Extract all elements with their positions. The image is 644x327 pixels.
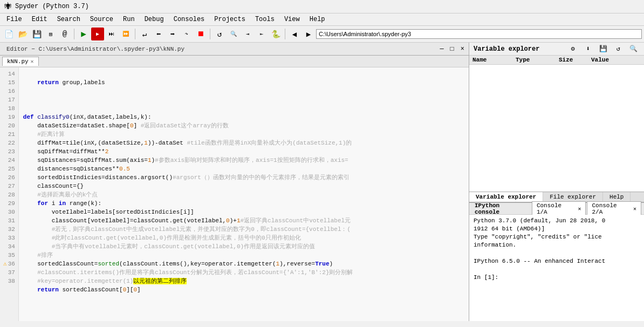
prev-cursor-button[interactable]: ⬅ (152, 28, 165, 40)
variable-table-body (469, 65, 644, 192)
line-num: 16 (3, 87, 15, 96)
console-tab-2-label: Console 2/A (592, 202, 631, 215)
forward-button[interactable]: ▶ (302, 28, 315, 40)
run-selection-button[interactable]: ↵ (138, 28, 151, 40)
console-tab-1[interactable]: Console 1/A ✕ (532, 201, 586, 216)
preferences-button[interactable]: @ (58, 28, 71, 40)
line-num: 38 (3, 277, 15, 285)
tab-close-button[interactable]: ✕ (31, 58, 34, 65)
line-num: 20 (3, 121, 15, 130)
col-size: Size (559, 57, 591, 63)
run-debug-button[interactable]: ▶ (91, 28, 104, 40)
console-line: information. (474, 241, 640, 249)
menu-source[interactable]: Source (86, 15, 118, 24)
console-tab-1-close[interactable]: ✕ (578, 206, 581, 212)
editor-pane: Editor − C:\Users\Administrator\.spyder-… (0, 43, 469, 321)
toolbar: 📄 📂 💾 ⊞ @ ▶ ▶ ⏭ ⏩ ↵ ⬅ ➡ ↷ ⏹ ↺ 🔍 ⇥ ⇤ 🐍 ◀ … (0, 26, 644, 43)
toolbar-separator-2 (135, 29, 135, 39)
toolbar-separator-4 (285, 29, 285, 39)
line-num: 29 (3, 199, 15, 208)
tab-label: kNN.py (7, 58, 29, 65)
line-num: 31 (3, 216, 15, 225)
line-num: 30 (3, 208, 15, 216)
var-import-button[interactable]: ⬇ (581, 43, 594, 56)
find-button[interactable]: 🔍 (227, 28, 240, 40)
tab-help[interactable]: Help (603, 192, 631, 202)
menu-bar: File Edit Search Source Run Debug Consol… (0, 13, 644, 26)
line-num: 18 (3, 104, 15, 113)
knn-tab[interactable]: kNN.py ✕ (2, 57, 39, 66)
menu-help[interactable]: Help (305, 15, 330, 24)
console-panel: IPython console Console 1/A ✕ Console 2/… (469, 202, 644, 321)
open-file-button[interactable]: 📂 (16, 28, 29, 40)
menu-tools[interactable]: Tools (251, 15, 279, 24)
menu-debug[interactable]: Debug (140, 15, 168, 24)
line-num: 25 (3, 165, 15, 173)
console-line (474, 249, 640, 257)
line-num: 17 (3, 96, 15, 104)
console-tab-2-close[interactable]: ✕ (633, 206, 636, 212)
menu-edit[interactable]: Edit (28, 15, 52, 24)
editor-minimize-button[interactable]: ─ (437, 45, 446, 53)
right-panel: Variable explorer ⚙ ⬇ 💾 ↺ 🔍 Name Type Si… (469, 43, 644, 321)
line-num: 28 (3, 190, 15, 199)
tab-file-explorer[interactable]: File explorer (543, 192, 603, 202)
console-panel-title: IPython console (471, 202, 531, 215)
line-num: 27 (3, 182, 15, 190)
stop-debug-button[interactable]: ⏭ (105, 28, 118, 40)
save-button[interactable]: 💾 (30, 28, 43, 40)
variable-table-header: Name Type Size Value (469, 56, 644, 65)
editor-pane-title: Editor − C:\Users\Administrator\.spyder-… (2, 46, 189, 52)
var-filter-button[interactable]: 🔍 (627, 43, 640, 56)
next-cursor-button[interactable]: ➡ (166, 28, 179, 40)
menu-projects[interactable]: Projects (210, 15, 250, 24)
console-output: Python 3.7.0 (default, Jun 28 2018, 0 19… (469, 215, 644, 321)
menu-search[interactable]: Search (53, 15, 85, 24)
var-settings-button[interactable]: ⚙ (566, 43, 579, 56)
variable-explorer-header: Variable explorer ⚙ ⬇ 💾 ↺ 🔍 (469, 43, 644, 56)
editor-close-button[interactable]: × (458, 45, 467, 53)
unindent-button[interactable]: ⇤ (255, 28, 268, 40)
console-tab-bar: IPython console Console 1/A ✕ Console 2/… (469, 203, 644, 215)
console-tab-2[interactable]: Console 2/A ✕ (587, 201, 641, 216)
var-reset-button[interactable]: ↺ (612, 43, 625, 56)
menu-consoles[interactable]: Consoles (169, 15, 209, 24)
menu-view[interactable]: View (280, 15, 304, 24)
console-prompt[interactable]: In [1]: (474, 274, 640, 282)
tab-variable-explorer[interactable]: Variable explorer (469, 192, 543, 202)
app-title: Spyder (Python 3.7) (15, 3, 89, 10)
line-num: 24 (3, 156, 15, 165)
console-line (474, 265, 640, 274)
toolbar-separator-1 (74, 29, 74, 39)
back-button[interactable]: ◀ (288, 28, 301, 40)
variable-explorer-title: Variable explorer (474, 45, 539, 53)
menu-run[interactable]: Run (119, 15, 139, 24)
menu-file[interactable]: File (2, 15, 26, 24)
line-numbers: 14 15 16 17 18 19 20 21 22 23 24 25 26 2… (0, 67, 19, 321)
run-button[interactable]: ▶ (77, 28, 90, 40)
code-area: 14 15 16 17 18 19 20 21 22 23 24 25 26 2… (0, 67, 469, 321)
main-content: Editor − C:\Users\Administrator\.spyder-… (0, 43, 644, 321)
title-bar: 🕷 Spyder (Python 3.7) (0, 0, 644, 13)
col-value: Value (591, 57, 641, 63)
console-line: Type "copyright", "credits" or "lice (474, 233, 640, 241)
code-editor[interactable]: return group,labels def classify0(inX,da… (19, 67, 469, 321)
console-line: Python 3.7.0 (default, Jun 28 2018, 0 (474, 217, 640, 225)
step-over-button[interactable]: ↷ (180, 28, 193, 40)
new-file-button[interactable]: 📄 (2, 28, 15, 40)
line-num: 35 (3, 251, 15, 260)
path-input[interactable] (316, 29, 642, 39)
stop-button[interactable]: ⏹ (194, 28, 207, 40)
line-num: 15 (3, 78, 15, 87)
toolbar-separator-3 (210, 29, 210, 39)
var-export-button[interactable]: 💾 (597, 43, 609, 56)
line-num: 19 (3, 113, 15, 121)
reset-button[interactable]: ↺ (213, 28, 226, 40)
indent-button[interactable]: ⇥ (241, 28, 254, 40)
run-cell-button[interactable]: ⏩ (119, 28, 132, 40)
variable-explorer-toolbar: ⚙ ⬇ 💾 ↺ 🔍 (566, 43, 640, 56)
editor-maximize-button[interactable]: □ (448, 45, 456, 53)
console-line: 1912 64 bit (AMD64)] (474, 225, 640, 233)
line-num: 14 (3, 70, 15, 78)
save-all-button[interactable]: ⊞ (44, 28, 57, 40)
